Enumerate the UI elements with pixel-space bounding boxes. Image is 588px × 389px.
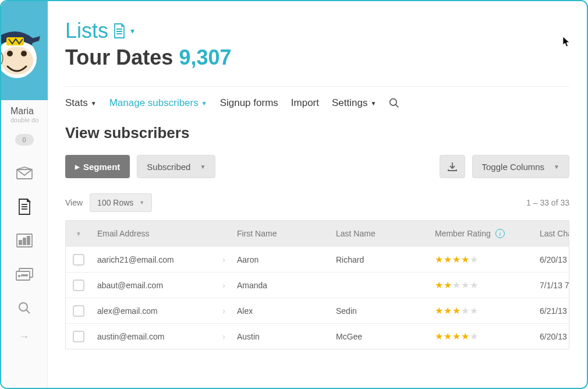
caret-down-icon: ▼: [370, 100, 376, 107]
svg-point-18: [19, 303, 27, 311]
breadcrumb-label: Lists: [65, 19, 108, 43]
svg-rect-17: [22, 275, 27, 276]
tab-signup-forms[interactable]: Signup forms: [220, 97, 278, 109]
cell-rating: ★★★★★: [429, 331, 534, 342]
svg-point-2: [7, 51, 13, 56]
cell-last-name: Richard: [330, 255, 429, 264]
caret-down-icon: ▼: [554, 164, 559, 170]
triangle-right-icon: ▶: [75, 164, 80, 170]
nav-campaigns-icon[interactable]: [1, 156, 48, 190]
svg-line-24: [396, 104, 399, 107]
view-label: View: [65, 198, 83, 207]
table-header: ▼ Email Address First Name Last Name Mem…: [66, 221, 569, 246]
chevron-right-icon: ›: [222, 332, 225, 341]
toolbar: ▶Segment Subscribed▼ Toggle Columns▼: [65, 155, 569, 178]
profile[interactable]: Maria double do: [1, 100, 47, 127]
section-title: View subscribers: [65, 124, 569, 142]
chevron-right-icon: ›: [222, 281, 225, 290]
row-checkbox-cell: [66, 305, 91, 317]
caret-down-icon: ▼: [201, 100, 207, 107]
caret-down-icon: ▼: [200, 164, 206, 170]
nav-search-icon[interactable]: [1, 291, 48, 325]
cell-last-changed: 7/1/13 7:24: [534, 281, 569, 290]
divider: [65, 86, 569, 87]
tab-import[interactable]: Import: [291, 97, 319, 109]
page-title: Tour Dates: [65, 45, 173, 69]
star-icon: ★: [470, 254, 478, 265]
table-row[interactable]: austin@email.com›AustinMcGee★★★★★6/20/13…: [66, 323, 569, 349]
cell-last-changed: 6/20/13 7:2: [534, 255, 569, 264]
star-icon: ★: [470, 305, 478, 316]
breadcrumb[interactable]: Lists ▾: [65, 19, 569, 43]
svg-rect-11: [19, 241, 22, 245]
cell-last-name: Sedin: [330, 306, 429, 316]
tab-manage-subscribers[interactable]: Manage subscribers▼: [109, 97, 207, 109]
tab-search[interactable]: [389, 98, 399, 108]
cell-last-changed: 6/21/13 11:: [534, 306, 569, 316]
row-checkbox[interactable]: [73, 331, 84, 342]
cell-email[interactable]: alex@email.com›: [91, 306, 231, 316]
info-icon[interactable]: i: [495, 229, 505, 238]
chevron-right-icon: ›: [222, 255, 225, 264]
tab-stats[interactable]: Stats▼: [65, 97, 97, 109]
row-checkbox[interactable]: [73, 305, 84, 317]
page-title-row: Tour Dates 9,307: [65, 45, 569, 70]
table-row[interactable]: alex@email.com›AlexSedin★★★★★6/21/13 11:: [66, 298, 569, 323]
star-icon: ★: [435, 280, 443, 291]
star-icon: ★: [452, 305, 461, 316]
svg-rect-13: [27, 236, 30, 245]
sidebar-expand-icon[interactable]: →: [1, 331, 47, 343]
segment-button[interactable]: ▶Segment: [65, 155, 130, 178]
table-row[interactable]: abaut@email.com›Amanda★★★★★7/1/13 7:24: [66, 272, 569, 298]
caret-down-icon: ▼: [139, 200, 144, 206]
col-last-name[interactable]: Last Name: [330, 229, 429, 238]
rows-per-page-select[interactable]: 100 Rows▼: [90, 193, 152, 212]
notification-badge[interactable]: 0: [15, 134, 34, 146]
cell-email[interactable]: abaut@email.com›: [91, 281, 231, 290]
cursor-icon: [562, 36, 571, 51]
page-info: 1 – 33 of 33: [526, 198, 569, 207]
document-icon: [113, 23, 126, 38]
svg-line-19: [26, 310, 30, 313]
status-filter-dropdown[interactable]: Subscribed▼: [137, 155, 215, 178]
cell-rating: ★★★★★: [429, 280, 534, 291]
caret-down-icon: ▾: [130, 26, 134, 36]
toggle-columns-button[interactable]: Toggle Columns▼: [472, 155, 569, 178]
row-checkbox[interactable]: [73, 254, 84, 266]
profile-name: Maria: [10, 106, 41, 116]
select-all-column[interactable]: ▼: [66, 231, 91, 237]
star-icon: ★: [470, 331, 478, 342]
star-icon: ★: [452, 254, 461, 265]
star-icon: ★: [435, 254, 443, 265]
svg-point-3: [21, 51, 27, 56]
star-icon: ★: [435, 331, 443, 342]
cell-email[interactable]: aarich21@email.com›: [91, 255, 231, 264]
star-icon: ★: [444, 254, 452, 265]
table-row[interactable]: aarich21@email.com›AaronRichard★★★★★6/20…: [66, 246, 569, 272]
col-email[interactable]: Email Address: [91, 229, 231, 238]
cell-last-name: McGee: [330, 332, 429, 341]
svg-rect-12: [23, 238, 26, 245]
star-icon: ★: [452, 331, 461, 342]
star-icon: ★: [435, 305, 443, 316]
nav-reports-icon[interactable]: [1, 224, 48, 257]
cell-email[interactable]: austin@email.com›: [91, 332, 231, 341]
col-first-name[interactable]: First Name: [231, 229, 330, 238]
sidebar: Maria double do 0 →: [1, 1, 48, 388]
col-member-rating[interactable]: Member Ratingi: [429, 229, 534, 238]
row-checkbox[interactable]: [73, 280, 84, 291]
svg-point-16: [18, 275, 19, 277]
nav-lists-icon[interactable]: [1, 190, 48, 224]
cell-first-name: Amanda: [231, 281, 330, 290]
star-icon: ★: [444, 280, 452, 291]
subscribers-table: ▼ Email Address First Name Last Name Mem…: [65, 220, 569, 349]
col-last-changed[interactable]: Last Chang: [534, 229, 569, 238]
cell-rating: ★★★★★: [429, 254, 534, 265]
chevron-right-icon: ›: [222, 306, 225, 316]
cell-first-name: Alex: [231, 306, 330, 316]
tab-settings[interactable]: Settings▼: [332, 97, 376, 109]
nav-autoresponders-icon[interactable]: [1, 257, 48, 291]
star-icon: ★: [461, 280, 469, 291]
star-icon: ★: [444, 305, 452, 316]
download-button[interactable]: [440, 155, 465, 178]
